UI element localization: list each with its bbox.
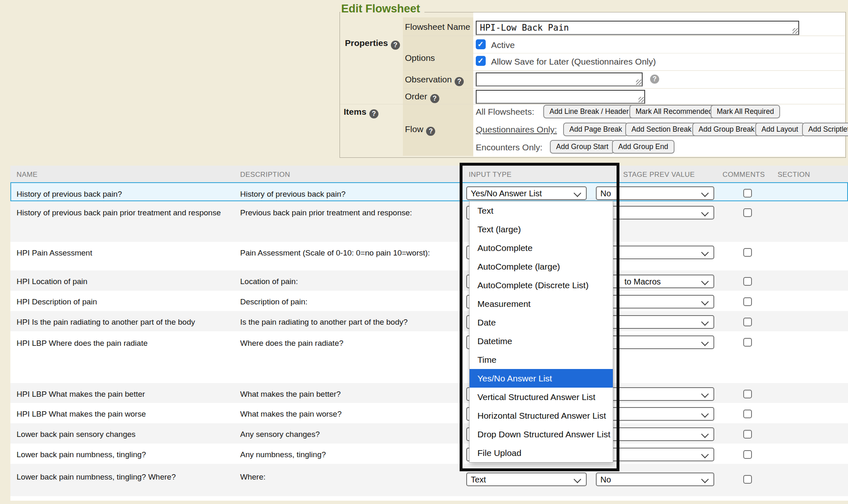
stage-prev-value-select[interactable]: to Macros: [596, 275, 714, 288]
dropdown-item[interactable]: Drop Down Structured Answer List: [470, 425, 613, 444]
dropdown-item[interactable]: Vertical Structured Answer List: [470, 388, 613, 406]
header-comments: COMMENTS: [723, 171, 765, 179]
flowsheet-name-label: Flowsheet Name: [405, 22, 470, 32]
table-row[interactable]: History of previous back pain prior trea…: [10, 201, 848, 242]
header-name: NAME: [17, 171, 38, 179]
comments-checkbox[interactable]: [743, 318, 752, 326]
properties-label: Properties?: [345, 38, 400, 50]
dropdown-item[interactable]: AutoComplete (large): [470, 257, 613, 276]
active-checkbox[interactable]: [476, 39, 486, 49]
comments-checkbox[interactable]: [743, 208, 752, 217]
add-group-break-button[interactable]: Add Group Break: [692, 123, 761, 136]
dropdown-item-selected[interactable]: Yes/No Answer List: [470, 369, 613, 388]
comments-checkbox[interactable]: [743, 390, 752, 398]
row-description: History of previous back pain?: [240, 188, 443, 200]
add-section-break-button[interactable]: Add Section Break: [625, 123, 698, 136]
stage-prev-value-select[interactable]: [596, 427, 714, 441]
observation-label: Observation?: [405, 75, 464, 86]
chevron-down-icon: [701, 430, 708, 438]
add-layout-button[interactable]: Add Layout: [755, 123, 805, 136]
dropdown-item[interactable]: AutoComplete (Discrete List): [470, 276, 613, 294]
add-group-end-button[interactable]: Add Group End: [612, 140, 675, 154]
stage-prev-value-select[interactable]: [596, 315, 714, 329]
stage-prev-value-select[interactable]: [596, 295, 714, 309]
dropdown-item[interactable]: Date: [470, 313, 613, 332]
properties-help-icon[interactable]: ?: [391, 41, 400, 50]
comments-checkbox[interactable]: [743, 430, 752, 439]
table-header-row: NAME DESCRIPTION INPUT TYPE STAGE PREV V…: [10, 166, 848, 182]
dropdown-item[interactable]: File Upload: [470, 444, 613, 462]
stage-prev-value-select[interactable]: No: [596, 473, 714, 486]
table-row[interactable]: History of previous back pain? History o…: [10, 182, 848, 201]
row-name: HPI Pain Assessment: [17, 247, 240, 258]
observation-help-icon[interactable]: ?: [455, 77, 464, 86]
chevron-down-icon: [701, 189, 708, 197]
row-name: Lower back pain sensory changes: [17, 429, 240, 440]
table-row[interactable]: HPI Pain Assessment Pain Assessment (Sca…: [10, 242, 848, 270]
dropdown-item[interactable]: Datetime: [470, 332, 613, 350]
comments-checkbox[interactable]: [743, 410, 752, 418]
table-row[interactable]: HPI LBP What makes the pain worse What m…: [10, 403, 848, 423]
table-row[interactable]: Lower back pain numbness, tingling? Any …: [10, 444, 848, 464]
stage-prev-value-select[interactable]: [596, 246, 714, 259]
resize-grip-icon[interactable]: [636, 80, 641, 85]
dropdown-item[interactable]: Text: [470, 201, 613, 220]
table-row[interactable]: HPI LBP Where does the pain radiate Wher…: [10, 331, 848, 383]
stage-prev-value-select[interactable]: [596, 335, 714, 349]
order-input[interactable]: [476, 90, 645, 104]
input-type-select[interactable]: Text: [466, 473, 587, 486]
comments-checkbox[interactable]: [743, 475, 752, 484]
stage-prev-value-select[interactable]: [596, 407, 714, 421]
items-label: Items?: [344, 107, 378, 118]
add-line-break-header-button[interactable]: Add Line Break / Header: [543, 105, 635, 118]
row-description: Description of pain:: [240, 296, 443, 308]
divider: [403, 88, 845, 89]
observation-input[interactable]: [476, 72, 643, 87]
dropdown-item[interactable]: Time: [470, 350, 613, 369]
flowsheet-name-input[interactable]: HPI-Low Back Pain: [476, 21, 799, 35]
observation-help-icon-2[interactable]: ?: [650, 75, 659, 84]
comments-checkbox[interactable]: [743, 338, 752, 347]
edit-flowsheet-page: Edit Flowsheet Properties? Items? Flowsh…: [0, 0, 848, 504]
comments-checkbox[interactable]: [743, 248, 752, 257]
stage-prev-value-select[interactable]: No: [596, 186, 714, 200]
table-row[interactable]: Lower back pain numbness, tingling? Wher…: [10, 464, 848, 496]
dropdown-item[interactable]: AutoComplete: [470, 239, 613, 257]
stage-prev-value-select[interactable]: [596, 387, 714, 401]
input-type-select[interactable]: Yes/No Answer List: [466, 186, 587, 200]
dropdown-item[interactable]: Measurement: [470, 294, 613, 313]
table-row[interactable]: HPI Description of pain Description of p…: [10, 291, 848, 311]
order-help-icon[interactable]: ?: [430, 94, 439, 103]
comments-checkbox[interactable]: [743, 297, 752, 306]
add-page-break-button[interactable]: Add Page Break: [563, 123, 628, 136]
comments-checkbox[interactable]: [743, 189, 752, 198]
add-group-start-button[interactable]: Add Group Start: [550, 140, 614, 154]
dropdown-item[interactable]: Text (large): [470, 220, 613, 239]
row-description: Where:: [240, 471, 443, 483]
allow-save-checkbox[interactable]: [476, 56, 486, 66]
table-row[interactable]: HPI Is the pain radiating to another par…: [10, 311, 848, 331]
table-row[interactable]: HPI Location of pain Location of pain:: [10, 270, 848, 291]
encounters-only-label: Encounters Only:: [476, 142, 542, 152]
stage-prev-value-select[interactable]: [596, 206, 714, 219]
row-name: HPI Description of pain: [17, 296, 240, 307]
mark-all-recommended-button[interactable]: Mark All Recommended: [629, 105, 719, 118]
resize-grip-icon[interactable]: [793, 28, 798, 34]
add-scriptlet-button[interactable]: Add Scriptlet: [802, 123, 848, 136]
divider: [403, 36, 845, 36]
row-name: HPI LBP Where does the pain radiate: [17, 338, 240, 349]
comments-checkbox[interactable]: [743, 277, 752, 286]
chevron-down-icon: [701, 338, 708, 346]
table-row[interactable]: Lower back pain sensory changes Any sens…: [10, 423, 848, 444]
flow-help-icon[interactable]: ?: [426, 127, 435, 136]
table-row[interactable]: HPI LBP What makes the pain better What …: [10, 383, 848, 403]
input-type-dropdown: Text Text (large) AutoComplete AutoCompl…: [469, 201, 613, 463]
row-description: What makes the pain better?: [240, 388, 443, 400]
header-section: SECTION: [778, 171, 810, 179]
mark-all-required-button[interactable]: Mark All Required: [711, 105, 780, 118]
dropdown-item[interactable]: Horizontal Structured Answer List: [470, 406, 613, 425]
resize-grip-icon[interactable]: [638, 97, 644, 102]
items-help-icon[interactable]: ?: [369, 109, 378, 118]
stage-prev-value-select[interactable]: [596, 448, 714, 461]
comments-checkbox[interactable]: [743, 450, 752, 459]
